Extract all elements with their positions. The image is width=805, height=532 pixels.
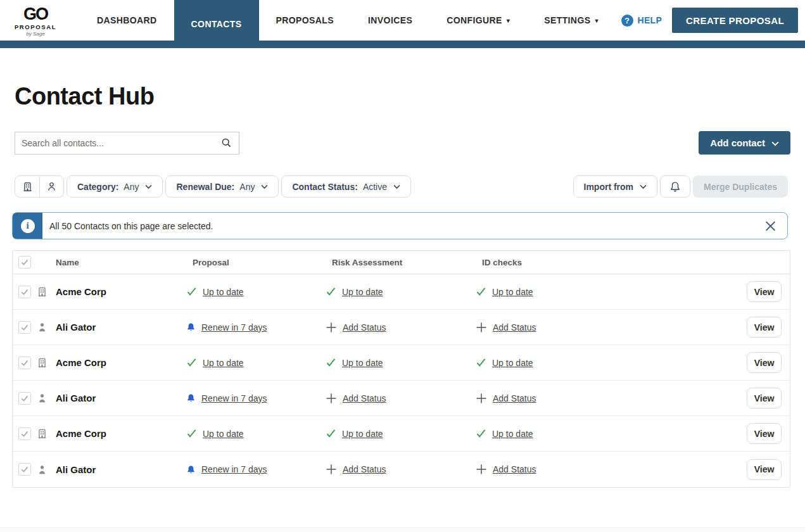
row-checkbox[interactable] bbox=[18, 321, 31, 334]
table-row: Ali Gator Renew in 7 days bbox=[13, 452, 790, 487]
chevron-down-icon bbox=[145, 184, 152, 189]
row-checkbox[interactable] bbox=[18, 357, 31, 369]
bell-icon bbox=[186, 393, 196, 403]
risk-status-cell: Add Status bbox=[326, 464, 476, 475]
contact-type-toggle bbox=[15, 175, 64, 198]
idchecks-status-cell: Up to date bbox=[476, 357, 726, 368]
nav-item-settings[interactable]: SETTINGS ▾ bbox=[527, 0, 616, 41]
person-icon bbox=[37, 322, 48, 332]
info-icon: i bbox=[21, 219, 35, 233]
table-header: Name Proposal Risk Assessment ID checks bbox=[13, 251, 790, 274]
nav-item-configure[interactable]: CONFIGURE ▾ bbox=[429, 0, 527, 41]
nav-item-proposals[interactable]: PROPOSALS bbox=[259, 0, 352, 41]
table-row: Ali Gator Renew in 7 days bbox=[13, 381, 790, 416]
risk-status-cell: Add Status bbox=[326, 393, 476, 404]
proposal-status-link[interactable]: Up to date bbox=[203, 358, 244, 368]
person-icon bbox=[46, 181, 57, 192]
nav-item-contacts[interactable]: CONTACTS bbox=[174, 0, 259, 48]
plus-icon bbox=[476, 322, 487, 333]
chevron-down-icon bbox=[640, 184, 647, 189]
contact-status-filter[interactable]: Contact Status: Active bbox=[281, 175, 411, 198]
proposal-status-link[interactable]: Renew in 7 days bbox=[201, 393, 267, 403]
column-header-name: Name bbox=[56, 258, 186, 267]
contact-name: Acme Corp bbox=[56, 286, 186, 297]
proposal-status-link[interactable]: Up to date bbox=[203, 287, 244, 297]
idchecks-status-link[interactable]: Add Status bbox=[493, 322, 536, 332]
contact-name: Acme Corp bbox=[56, 428, 186, 439]
caret-down-icon: ▾ bbox=[507, 18, 510, 24]
bell-icon bbox=[669, 181, 681, 193]
selection-banner: i All 50 Contacts on this page are selec… bbox=[12, 212, 788, 239]
idchecks-status-link[interactable]: Up to date bbox=[492, 429, 533, 439]
row-checkbox[interactable] bbox=[18, 428, 31, 440]
risk-status-cell: Up to date bbox=[326, 357, 476, 368]
view-button[interactable]: View bbox=[747, 352, 782, 373]
banner-accent: i bbox=[13, 213, 42, 239]
search-box bbox=[15, 132, 239, 155]
row-checkbox[interactable] bbox=[18, 392, 31, 405]
help-button[interactable]: ? HELP bbox=[621, 15, 662, 27]
table-row: Acme Corp Up to date bbox=[13, 416, 790, 452]
view-button[interactable]: View bbox=[747, 459, 782, 480]
check-icon bbox=[476, 357, 486, 368]
add-contact-label: Add contact bbox=[710, 137, 765, 148]
filter-company-button[interactable] bbox=[15, 176, 39, 197]
proposal-status-cell: Renew in 7 days bbox=[186, 464, 326, 474]
app-logo: GO PROPOSAL by Sage bbox=[0, 0, 71, 41]
merge-duplicates-button[interactable]: Merge Duplicates bbox=[693, 175, 788, 198]
view-button[interactable]: View bbox=[747, 281, 782, 302]
check-icon bbox=[476, 428, 486, 439]
create-proposal-button[interactable]: CREATE PROPOSAL bbox=[672, 8, 798, 33]
select-all-checkbox[interactable] bbox=[18, 256, 31, 269]
person-icon bbox=[37, 464, 48, 475]
contact-name: Ali Gator bbox=[56, 464, 186, 475]
search-input[interactable] bbox=[15, 138, 221, 148]
proposal-status-cell: Up to date bbox=[186, 428, 326, 439]
check-icon bbox=[326, 428, 336, 439]
bottom-strip bbox=[0, 528, 805, 532]
idchecks-status-link[interactable]: Add Status bbox=[493, 393, 536, 403]
nav-item-dashboard[interactable]: DASHBOARD bbox=[80, 0, 174, 41]
chevron-down-icon bbox=[393, 184, 400, 189]
help-label: HELP bbox=[638, 15, 662, 25]
risk-status-link[interactable]: Up to date bbox=[342, 358, 383, 368]
risk-status-link[interactable]: Add Status bbox=[343, 393, 386, 403]
risk-status-link[interactable]: Up to date bbox=[342, 287, 383, 297]
idchecks-status-link[interactable]: Add Status bbox=[493, 464, 536, 474]
category-filter[interactable]: Category: Any bbox=[67, 175, 163, 198]
plus-icon bbox=[326, 393, 337, 404]
idchecks-status-cell: Up to date bbox=[476, 428, 726, 439]
row-checkbox[interactable] bbox=[18, 286, 31, 298]
idchecks-status-cell: Up to date bbox=[476, 286, 726, 297]
risk-status-link[interactable]: Up to date bbox=[342, 429, 383, 439]
import-from-button[interactable]: Import from bbox=[573, 175, 658, 198]
idchecks-status-link[interactable]: Up to date bbox=[492, 287, 533, 297]
renewal-due-filter[interactable]: Renewal Due: Any bbox=[165, 175, 279, 198]
proposal-status-cell: Renew in 7 days bbox=[186, 393, 326, 403]
proposal-status-link[interactable]: Renew in 7 days bbox=[201, 464, 267, 474]
add-contact-button[interactable]: Add contact bbox=[699, 131, 790, 155]
column-header-risk: Risk Assessment bbox=[326, 258, 476, 267]
bell-icon bbox=[186, 322, 196, 332]
risk-status-link[interactable]: Add Status bbox=[343, 322, 386, 332]
notifications-button[interactable] bbox=[660, 175, 690, 198]
view-button[interactable]: View bbox=[747, 317, 782, 338]
idchecks-status-link[interactable]: Up to date bbox=[492, 358, 533, 368]
nav-right: ? HELP CREATE PROPOSAL bbox=[621, 0, 805, 41]
idchecks-status-cell: Add Status bbox=[476, 393, 726, 404]
proposal-status-link[interactable]: Renew in 7 days bbox=[201, 322, 267, 332]
banner-close-icon[interactable] bbox=[764, 220, 776, 232]
check-icon bbox=[326, 357, 336, 368]
proposal-status-link[interactable]: Up to date bbox=[203, 429, 244, 439]
filter-person-button[interactable] bbox=[39, 176, 63, 197]
help-icon: ? bbox=[621, 15, 633, 27]
row-checkbox[interactable] bbox=[18, 463, 31, 476]
view-button[interactable]: View bbox=[747, 388, 782, 408]
column-header-idchecks: ID checks bbox=[476, 258, 726, 267]
nav-item-invoices[interactable]: INVOICES bbox=[351, 0, 429, 41]
logo-go: GO bbox=[23, 6, 48, 23]
risk-status-link[interactable]: Add Status bbox=[343, 464, 386, 474]
view-button[interactable]: View bbox=[747, 423, 782, 444]
chevron-down-icon bbox=[261, 184, 268, 189]
search-icon[interactable] bbox=[221, 137, 232, 148]
